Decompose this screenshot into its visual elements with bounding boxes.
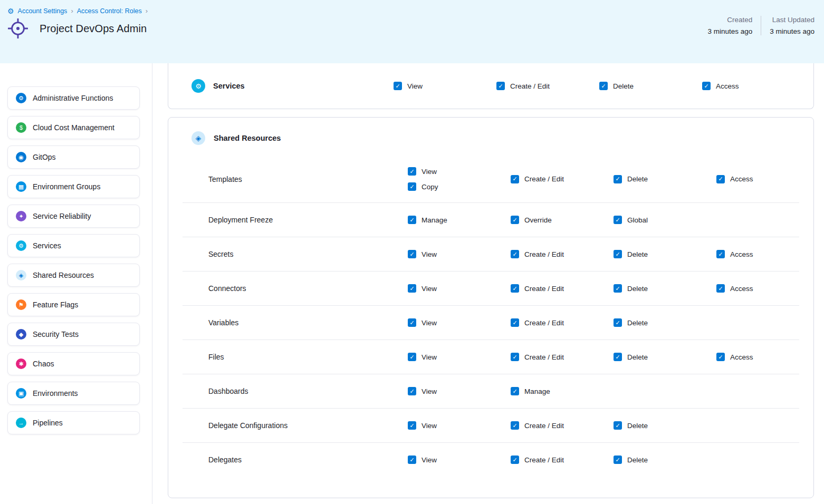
checkbox-checked-icon[interactable] (614, 284, 622, 293)
permission-cell: View (408, 448, 511, 471)
permission-view[interactable]: View (408, 284, 437, 293)
sidebar-item-environment-groups[interactable]: ▦ Environment Groups (7, 175, 140, 198)
permission-view[interactable]: View (408, 387, 437, 395)
checkbox-checked-icon[interactable] (614, 318, 622, 327)
checkbox-checked-icon[interactable] (496, 82, 505, 90)
permission-access[interactable]: Access (716, 284, 753, 293)
permission-view[interactable]: View (408, 167, 437, 176)
permission-create-edit[interactable]: Create / Edit (511, 175, 564, 183)
checkbox-checked-icon[interactable] (408, 250, 416, 258)
sidebar-item-pipelines[interactable]: → Pipelines (7, 411, 140, 434)
checkbox-checked-icon[interactable] (511, 216, 519, 224)
checkbox-checked-icon[interactable] (511, 353, 519, 361)
checkbox-checked-icon[interactable] (614, 455, 622, 464)
checkbox-checked-icon[interactable] (408, 455, 416, 464)
permission-copy[interactable]: Copy (408, 182, 438, 191)
permission-cell: View (408, 380, 511, 403)
permission-create-edit[interactable]: Create / Edit (511, 284, 564, 293)
checkbox-checked-icon[interactable] (408, 284, 416, 293)
checkbox-checked-icon[interactable] (511, 387, 519, 395)
permission-cell: Access (716, 168, 785, 191)
checkbox-checked-icon[interactable] (408, 182, 416, 191)
checkbox-checked-icon[interactable] (511, 455, 519, 464)
checkbox-checked-icon[interactable] (511, 175, 519, 183)
permission-row-connectors: Connectors View Create / Edit (183, 271, 799, 305)
permission-global[interactable]: Global (614, 216, 648, 224)
permission-create-edit[interactable]: Create / Edit (496, 82, 550, 90)
permission-manage[interactable]: Manage (408, 216, 447, 224)
checkbox-checked-icon[interactable] (394, 82, 402, 90)
checkbox-checked-icon[interactable] (408, 216, 416, 224)
checkbox-checked-icon[interactable] (408, 353, 416, 361)
permission-delete[interactable]: Delete (614, 353, 648, 361)
permission-label: Delete (627, 175, 648, 183)
page-title: Project DevOps Admin (40, 23, 147, 35)
permission-delete[interactable]: Delete (614, 318, 648, 327)
checkbox-checked-icon[interactable] (511, 250, 519, 258)
permission-create-edit[interactable]: Create / Edit (511, 421, 564, 430)
breadcrumb-access-control-roles[interactable]: Access Control: Roles (77, 7, 142, 15)
permission-create-edit[interactable]: Create / Edit (511, 250, 564, 258)
permission-delete[interactable]: Delete (599, 82, 634, 90)
checkbox-checked-icon[interactable] (614, 175, 622, 183)
permission-view[interactable]: View (394, 82, 423, 90)
permission-access[interactable]: Access (716, 250, 753, 258)
permission-create-edit[interactable]: Create / Edit (511, 353, 564, 361)
permission-delete[interactable]: Delete (614, 421, 648, 430)
permission-label: Create / Edit (524, 422, 564, 430)
checkbox-checked-icon[interactable] (599, 82, 608, 90)
breadcrumb-account-settings[interactable]: Account Settings (18, 7, 68, 15)
permission-delete[interactable]: Delete (614, 175, 648, 183)
permission-manage[interactable]: Manage (511, 387, 550, 395)
resource-label: Delegates (197, 455, 408, 464)
checkbox-checked-icon[interactable] (511, 284, 519, 293)
checkbox-checked-icon[interactable] (716, 175, 725, 183)
services-card-header: ⚙ Services (183, 79, 394, 93)
checkbox-checked-icon[interactable] (408, 318, 416, 327)
permission-delete[interactable]: Delete (614, 455, 648, 464)
checkbox-checked-icon[interactable] (511, 421, 519, 430)
permission-cell: Create / Edit (496, 74, 599, 98)
checkbox-checked-icon[interactable] (511, 318, 519, 327)
permission-delete[interactable]: Delete (614, 250, 648, 258)
permission-view[interactable]: View (408, 353, 437, 361)
permission-create-edit[interactable]: Create / Edit (511, 318, 564, 327)
chevron-right-icon: › (146, 7, 148, 15)
checkbox-checked-icon[interactable] (702, 82, 711, 90)
sidebar-item-feature-flags[interactable]: ⚑ Feature Flags (7, 293, 140, 316)
checkbox-checked-icon[interactable] (614, 250, 622, 258)
checkbox-checked-icon[interactable] (614, 216, 622, 224)
sidebar-item-chaos[interactable]: ✱ Chaos (7, 352, 140, 375)
permission-delete[interactable]: Delete (614, 284, 648, 293)
permission-access[interactable]: Access (716, 175, 753, 183)
checkbox-checked-icon[interactable] (614, 353, 622, 361)
checkbox-checked-icon[interactable] (614, 421, 622, 430)
sidebar-item-shared-resources[interactable]: ◈ Shared Resources (7, 264, 140, 287)
sidebar-item-administrative-functions[interactable]: ⚙ Administrative Functions (7, 86, 140, 110)
permission-override[interactable]: Override (511, 216, 552, 224)
permission-create-edit[interactable]: Create / Edit (511, 455, 564, 464)
permission-access[interactable]: Access (716, 353, 753, 361)
permission-label: Copy (421, 183, 438, 191)
checkbox-checked-icon[interactable] (716, 284, 725, 293)
sidebar-item-security-tests[interactable]: ◆ Security Tests (7, 323, 140, 346)
sidebar-item-service-reliability[interactable]: ✦ Service Reliability (7, 205, 140, 228)
checkbox-checked-icon[interactable] (408, 167, 416, 176)
checkbox-checked-icon[interactable] (408, 387, 416, 395)
sidebar-item-gitops[interactable]: ◉ GitOps (7, 146, 140, 169)
permission-view[interactable]: View (408, 318, 437, 327)
permission-access[interactable]: Access (702, 82, 739, 90)
title-row: Project DevOps Admin (7, 18, 815, 38)
permission-view[interactable]: View (408, 421, 437, 430)
permission-label: Create / Edit (524, 285, 564, 293)
sidebar-item-environments[interactable]: ▣ Environments (7, 382, 140, 405)
resource-label: Templates (197, 175, 408, 183)
checkbox-checked-icon[interactable] (408, 421, 416, 430)
sidebar-item-cloud-cost-management[interactable]: $ Cloud Cost Management (7, 116, 140, 139)
checkbox-checked-icon[interactable] (716, 250, 725, 258)
permission-view[interactable]: View (408, 455, 437, 464)
permission-label: View (421, 456, 437, 464)
permission-view[interactable]: View (408, 250, 437, 258)
sidebar-item-services[interactable]: ⚙ Services (7, 234, 140, 257)
checkbox-checked-icon[interactable] (716, 353, 725, 361)
